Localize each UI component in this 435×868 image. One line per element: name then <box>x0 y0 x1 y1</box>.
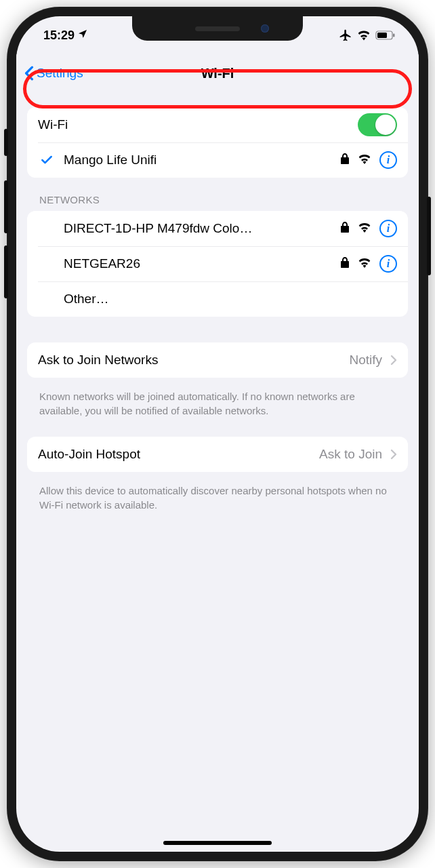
status-time: 15:29 <box>43 28 75 43</box>
info-icon[interactable]: i <box>379 255 397 273</box>
wifi-main-group: Wi-Fi Mango Life Unifi <box>27 107 408 178</box>
info-icon[interactable]: i <box>379 151 397 169</box>
page-content: Settings Wi-Fi Wi-Fi <box>16 16 419 852</box>
notch <box>132 16 303 41</box>
lock-icon <box>340 256 350 271</box>
chevron-right-icon <box>390 449 397 460</box>
other-label: Other… <box>64 292 397 307</box>
screen: 15:29 <box>16 16 419 852</box>
silence-switch <box>4 129 8 156</box>
auto-join-group: Auto-Join Hotspot Ask to Join <box>27 437 408 472</box>
ask-to-join-value: Notify <box>349 353 382 368</box>
network-name: NETGEAR26 <box>64 256 332 271</box>
connected-network-row[interactable]: Mango Life Unifi i <box>27 142 408 178</box>
other-network-row[interactable]: Other… <box>27 281 408 317</box>
wifi-toggle-label: Wi-Fi <box>38 117 350 132</box>
back-button[interactable]: Settings <box>24 54 83 92</box>
wifi-strength-icon <box>358 221 371 236</box>
network-name: DIRECT-1D-HP M479fdw Colo… <box>64 221 332 236</box>
ask-to-join-footer: Known networks will be joined automatica… <box>27 384 408 418</box>
back-label: Settings <box>37 66 83 81</box>
auto-join-row[interactable]: Auto-Join Hotspot Ask to Join <box>27 437 408 472</box>
volume-down-button <box>4 245 8 298</box>
wifi-toggle-row[interactable]: Wi-Fi <box>27 107 408 142</box>
nav-bar: Settings Wi-Fi <box>16 54 419 92</box>
lock-icon <box>340 221 350 236</box>
scroll-area[interactable]: Wi-Fi Mango Life Unifi <box>16 92 419 852</box>
earpiece-speaker <box>195 26 240 31</box>
lock-icon <box>340 153 350 167</box>
wifi-strength-icon <box>358 256 371 271</box>
auto-join-footer: Allow this device to automatically disco… <box>27 479 408 512</box>
power-button <box>427 197 431 275</box>
checkmark-icon <box>38 153 56 167</box>
networks-group: DIRECT-1D-HP M479fdw Colo… i <box>27 211 408 317</box>
connected-network-name: Mango Life Unifi <box>64 153 332 167</box>
home-indicator[interactable] <box>163 841 272 845</box>
wifi-switch[interactable] <box>358 113 397 136</box>
network-row[interactable]: NETGEAR26 i <box>27 246 408 281</box>
svg-rect-1 <box>377 33 387 38</box>
wifi-strength-icon <box>358 153 371 167</box>
location-icon <box>77 28 88 43</box>
page-title: Wi-Fi <box>201 66 234 81</box>
chevron-right-icon <box>390 355 397 366</box>
network-row[interactable]: DIRECT-1D-HP M479fdw Colo… i <box>27 211 408 246</box>
wifi-signal-icon <box>357 30 371 41</box>
svg-rect-2 <box>393 34 395 37</box>
ask-to-join-label: Ask to Join Networks <box>38 353 341 368</box>
ask-to-join-row[interactable]: Ask to Join Networks Notify <box>27 342 408 378</box>
front-camera <box>261 24 269 33</box>
battery-icon <box>375 31 396 40</box>
volume-up-button <box>4 180 8 233</box>
networks-header: Networks <box>27 194 408 211</box>
airplane-icon <box>339 28 352 42</box>
info-icon[interactable]: i <box>379 220 397 237</box>
auto-join-value: Ask to Join <box>319 447 382 462</box>
phone-frame: 15:29 <box>7 7 428 861</box>
auto-join-label: Auto-Join Hotspot <box>38 447 311 462</box>
switch-knob <box>375 115 396 135</box>
ask-to-join-group: Ask to Join Networks Notify <box>27 342 408 378</box>
